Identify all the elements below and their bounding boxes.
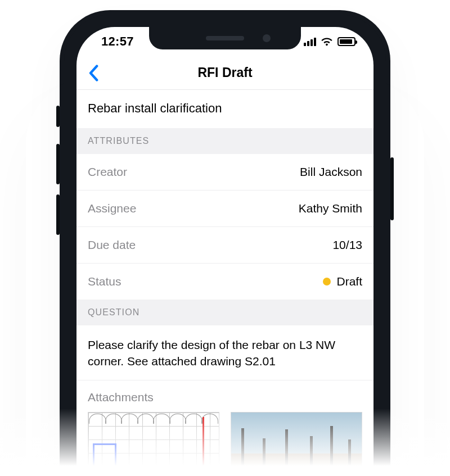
- attribute-row-due-date[interactable]: Due date 10/13: [76, 227, 374, 264]
- phone-power-button: [390, 157, 394, 220]
- phone-screen: 12:57: [76, 27, 374, 476]
- attribute-row-creator[interactable]: Creator Bill Jackson: [76, 154, 374, 191]
- phone-volume-down: [56, 194, 60, 235]
- attribute-row-status[interactable]: Status Draft: [76, 264, 374, 300]
- status-dot-icon: [323, 278, 331, 285]
- phone-volume-up: [56, 144, 60, 184]
- attachment-thumbnail-photo[interactable]: [231, 412, 362, 476]
- cellular-icon: [304, 37, 316, 46]
- status-text: Draft: [336, 275, 362, 288]
- status-indicators: [304, 37, 357, 46]
- section-header-attributes: Attributes: [76, 128, 374, 154]
- back-button[interactable]: [83, 60, 104, 86]
- attachments-label: Attachments: [76, 380, 374, 412]
- attributes-list: Creator Bill Jackson Assignee Kathy Smit…: [76, 154, 374, 300]
- attribute-value: Draft: [323, 275, 362, 288]
- attachments-row: [76, 412, 374, 476]
- status-time: 12:57: [93, 34, 134, 49]
- attribute-value: Bill Jackson: [300, 165, 362, 179]
- attribute-label: Creator: [88, 165, 127, 179]
- attribute-row-assignee[interactable]: Assignee Kathy Smith: [76, 191, 374, 227]
- attribute-label: Due date: [88, 238, 136, 252]
- nav-title: RFI Draft: [197, 65, 252, 80]
- rfi-title: Rebar install clarification: [76, 90, 374, 128]
- nav-bar: RFI Draft: [76, 56, 374, 90]
- attribute-label: Assignee: [88, 202, 136, 215]
- chevron-left-icon: [88, 65, 99, 81]
- phone-frame: 12:57: [60, 10, 390, 476]
- phone-mute-switch: [56, 106, 60, 127]
- battery-icon: [338, 37, 356, 46]
- status-bar: 12:57: [76, 27, 374, 56]
- attribute-label: Status: [88, 275, 122, 288]
- attachment-thumbnail-drawing[interactable]: [88, 412, 219, 476]
- attribute-value: 10/13: [332, 238, 362, 252]
- section-header-question: Question: [76, 300, 374, 325]
- attribute-value: Kathy Smith: [299, 202, 362, 215]
- wifi-icon: [321, 37, 333, 46]
- question-body: Please clarify the design of the rebar o…: [76, 325, 374, 380]
